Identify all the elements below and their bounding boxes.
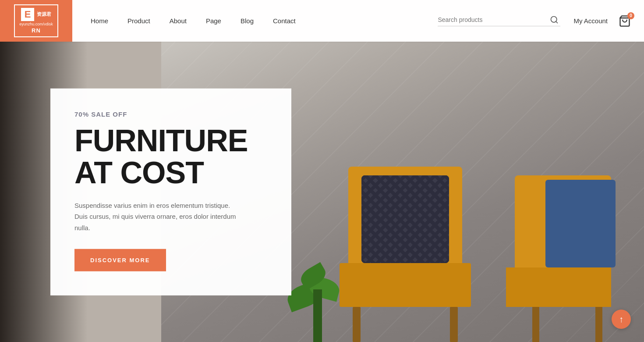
my-account-label: My Account bbox=[573, 17, 608, 25]
cart-badge: 0 bbox=[627, 12, 634, 19]
promo-title: FURNITURE AT COST bbox=[74, 125, 267, 189]
logo-brand-name: 资源君 bbox=[37, 11, 51, 17]
logo[interactable]: E 资源君 eyunzhu.com/vdisk RN bbox=[0, 0, 72, 42]
chair-leg-right bbox=[450, 307, 458, 342]
search-input[interactable] bbox=[438, 16, 548, 23]
logo-url: eyunzhu.com/vdisk bbox=[19, 22, 53, 26]
chair-second-pillow bbox=[545, 180, 616, 267]
chair-seat bbox=[340, 263, 471, 307]
promo-title-line2: AT COST bbox=[74, 156, 204, 190]
search-area bbox=[438, 15, 560, 26]
chair-main bbox=[340, 167, 471, 342]
main-nav: Home Product About Page Blog Contact bbox=[81, 0, 438, 42]
nav-item-blog[interactable]: Blog bbox=[231, 0, 263, 42]
logo-top-row: E 资源君 bbox=[21, 8, 51, 21]
plant-stem bbox=[313, 289, 322, 342]
nav-item-page[interactable]: Page bbox=[196, 0, 231, 42]
svg-line-1 bbox=[556, 21, 558, 23]
logo-e-letter: E bbox=[21, 8, 34, 21]
nav-item-product[interactable]: Product bbox=[118, 0, 160, 42]
nav-item-about[interactable]: About bbox=[160, 0, 196, 42]
chair-second-leg-left bbox=[532, 307, 539, 342]
chair-second-leg-right bbox=[595, 307, 602, 342]
promo-card: 70% SALE OFF FURNITURE AT COST Suspendis… bbox=[50, 88, 291, 296]
chair-pillow bbox=[361, 175, 449, 263]
logo-code: RN bbox=[32, 27, 41, 34]
scroll-up-icon: ↑ bbox=[619, 315, 623, 324]
plant-decoration bbox=[296, 254, 340, 342]
chair-second bbox=[515, 175, 611, 342]
search-button[interactable] bbox=[548, 15, 560, 24]
logo-inner: E 资源君 eyunzhu.com/vdisk RN bbox=[14, 4, 58, 37]
chair-group bbox=[304, 114, 589, 342]
chair-second-seat bbox=[506, 267, 611, 307]
hero-furniture bbox=[294, 96, 600, 342]
sale-tag: 70% SALE OFF bbox=[74, 110, 267, 118]
cart-button[interactable]: 0 bbox=[619, 15, 631, 27]
discover-more-button[interactable]: DISCOVER MORE bbox=[74, 249, 166, 271]
nav-item-contact[interactable]: Contact bbox=[263, 0, 305, 42]
search-icon bbox=[550, 15, 559, 24]
hero-section: 70% SALE OFF FURNITURE AT COST Suspendis… bbox=[0, 42, 644, 342]
header: E 资源君 eyunzhu.com/vdisk RN Home Product … bbox=[0, 0, 644, 42]
scroll-to-top-button[interactable]: ↑ bbox=[612, 310, 631, 329]
chair-leg-left bbox=[353, 307, 361, 342]
promo-title-line1: FURNITURE bbox=[74, 123, 248, 157]
nav-item-home[interactable]: Home bbox=[81, 0, 118, 42]
my-account-link[interactable]: My Account bbox=[573, 17, 608, 25]
promo-description: Suspendisse varius enim in eros elementu… bbox=[74, 200, 241, 233]
